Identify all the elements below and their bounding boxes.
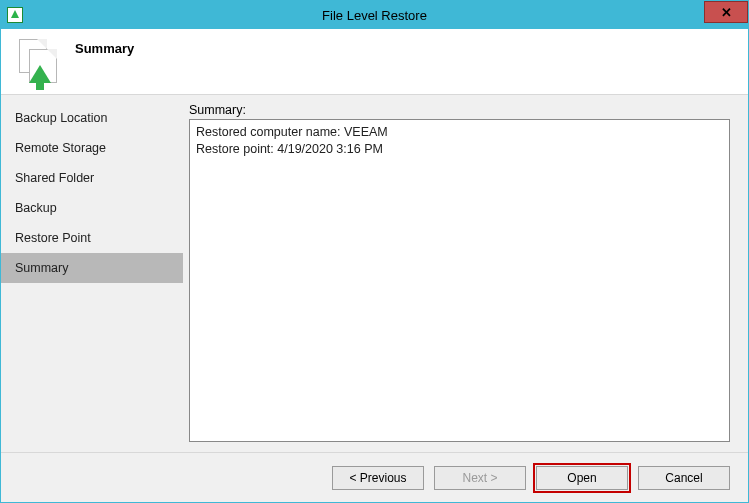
previous-button[interactable]: < Previous bbox=[332, 466, 424, 490]
wizard-steps-sidebar: Backup Location Remote Storage Shared Fo… bbox=[1, 95, 183, 452]
summary-line: Restored computer name: VEEAM bbox=[196, 124, 723, 141]
sidebar-item-label: Remote Storage bbox=[15, 141, 106, 155]
sidebar-item-shared-folder[interactable]: Shared Folder bbox=[1, 163, 183, 193]
close-button[interactable]: ✕ bbox=[704, 1, 748, 23]
sidebar-item-backup[interactable]: Backup bbox=[1, 193, 183, 223]
app-icon bbox=[7, 7, 23, 23]
button-label: Open bbox=[567, 471, 596, 485]
sidebar-item-label: Shared Folder bbox=[15, 171, 94, 185]
close-icon: ✕ bbox=[721, 5, 732, 20]
sidebar-item-label: Backup Location bbox=[15, 111, 107, 125]
sidebar-item-label: Summary bbox=[15, 261, 68, 275]
wizard-header: Summary bbox=[1, 29, 748, 95]
button-label: < Previous bbox=[349, 471, 406, 485]
sidebar-item-remote-storage[interactable]: Remote Storage bbox=[1, 133, 183, 163]
summary-textbox[interactable]: Restored computer name: VEEAM Restore po… bbox=[189, 119, 730, 442]
sidebar-item-restore-point[interactable]: Restore Point bbox=[1, 223, 183, 253]
sidebar-item-summary[interactable]: Summary bbox=[1, 253, 183, 283]
next-button: Next > bbox=[434, 466, 526, 490]
button-label: Next > bbox=[462, 471, 497, 485]
sidebar-item-label: Restore Point bbox=[15, 231, 91, 245]
sidebar-item-backup-location[interactable]: Backup Location bbox=[1, 103, 183, 133]
titlebar: File Level Restore ✕ bbox=[1, 1, 748, 29]
main-pane: Summary: Restored computer name: VEEAM R… bbox=[183, 95, 748, 452]
summary-line: Restore point: 4/19/2020 3:16 PM bbox=[196, 141, 723, 158]
window-title: File Level Restore bbox=[322, 8, 427, 23]
restore-icon bbox=[15, 39, 61, 85]
wizard-footer: < Previous Next > Open Cancel bbox=[1, 452, 748, 502]
sidebar-item-label: Backup bbox=[15, 201, 57, 215]
open-button[interactable]: Open bbox=[536, 466, 628, 490]
cancel-button[interactable]: Cancel bbox=[638, 466, 730, 490]
wizard-body: Backup Location Remote Storage Shared Fo… bbox=[1, 95, 748, 452]
page-title: Summary bbox=[75, 41, 134, 56]
button-label: Cancel bbox=[665, 471, 702, 485]
wizard-window: File Level Restore ✕ Summary Backup Loca… bbox=[0, 0, 749, 503]
summary-label: Summary: bbox=[189, 103, 730, 117]
